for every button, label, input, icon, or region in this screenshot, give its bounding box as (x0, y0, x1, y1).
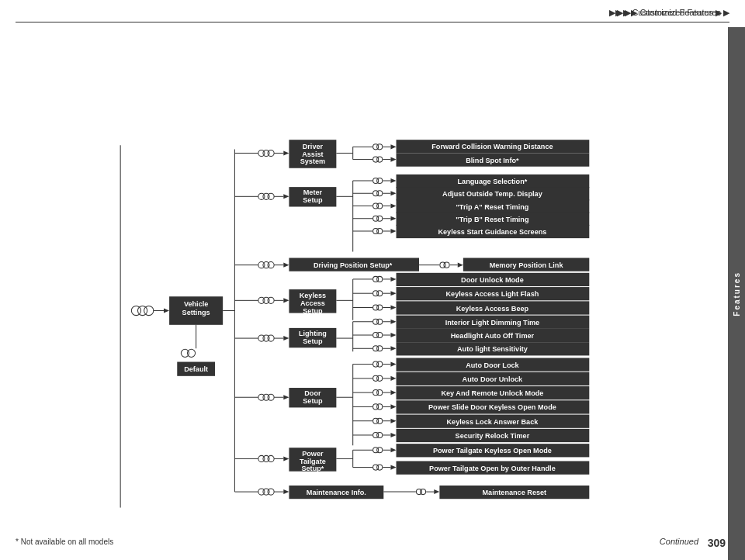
svg-marker-137 (283, 336, 289, 340)
header-breadcrumb: ▶▶ Customized Features ▶ (617, 8, 722, 18)
svg-text:Door: Door (304, 389, 321, 397)
footnote: * Not available on all models (16, 538, 113, 546)
svg-text:Driving Position Setup*: Driving Position Setup* (314, 261, 393, 269)
svg-text:Memory Position Link: Memory Position Link (490, 261, 564, 269)
svg-marker-104 (283, 298, 289, 302)
svg-marker-154 (390, 333, 396, 337)
svg-point-65 (377, 203, 383, 209)
svg-marker-214 (390, 433, 396, 437)
svg-marker-89 (283, 263, 289, 268)
svg-marker-222 (283, 456, 289, 461)
svg-point-152 (377, 332, 383, 337)
svg-text:"Trip A" Reset Timing: "Trip A" Reset Timing (456, 203, 528, 211)
right-sidebar: Features (728, 27, 745, 560)
svg-text:Interior Light Dimming Time: Interior Light Dimming Time (445, 319, 540, 327)
svg-text:Setup: Setup (303, 196, 323, 204)
features-label: Features (733, 271, 741, 316)
svg-point-102 (268, 297, 274, 303)
svg-marker-53 (390, 178, 396, 183)
svg-marker-115 (390, 277, 396, 282)
svg-marker-255 (434, 489, 439, 494)
svg-marker-4 (164, 308, 169, 313)
svg-marker-179 (390, 362, 396, 367)
svg-marker-147 (390, 320, 396, 324)
svg-text:Power Tailgate Keyless Open Mo: Power Tailgate Keyless Open Mode (433, 447, 552, 455)
svg-text:Setup: Setup (303, 337, 323, 345)
svg-marker-193 (390, 390, 396, 395)
svg-text:Default: Default (184, 365, 208, 373)
svg-text:Keyless: Keyless (300, 292, 327, 299)
svg-point-26 (377, 144, 383, 150)
svg-text:Key And Remote Unlock Mode: Key And Remote Unlock Mode (441, 389, 543, 397)
page-number: 309 (708, 537, 726, 549)
svg-point-135 (268, 335, 274, 341)
svg-marker-200 (390, 404, 396, 409)
svg-text:Keyless Access Light Flash: Keyless Access Light Flash (445, 290, 539, 298)
svg-point-87 (268, 262, 274, 268)
vehicle-settings-label: Vehicle (184, 300, 208, 308)
svg-point-72 (377, 216, 383, 221)
svg-marker-96 (458, 263, 463, 268)
svg-text:Setup*: Setup* (301, 465, 324, 472)
svg-marker-43 (283, 194, 289, 199)
svg-marker-81 (390, 229, 396, 233)
svg-point-177 (377, 361, 383, 367)
svg-point-41 (268, 193, 274, 199)
svg-text:Maintenance Info.: Maintenance Info. (307, 489, 366, 496)
svg-text:Headlight Auto Off Timer: Headlight Auto Off Timer (451, 332, 535, 340)
svg-marker-207 (390, 419, 396, 423)
svg-point-212 (377, 432, 383, 437)
svg-text:System: System (300, 157, 325, 165)
svg-point-145 (377, 319, 383, 324)
svg-text:Lighting: Lighting (299, 330, 327, 337)
svg-text:Auto Door Unlock: Auto Door Unlock (463, 375, 523, 383)
svg-text:Auto Door Lock: Auto Door Lock (466, 361, 519, 369)
svg-point-231 (377, 448, 383, 453)
svg-marker-17 (283, 150, 289, 155)
svg-point-120 (377, 291, 383, 296)
svg-point-2 (144, 306, 154, 315)
svg-marker-233 (390, 448, 396, 452)
svg-point-246 (268, 489, 274, 495)
svg-marker-129 (390, 305, 396, 309)
svg-text:Power Slide Door Keyless Open : Power Slide Door Keyless Open Mode (428, 403, 556, 411)
svg-text:Keyless Start Guidance Screens: Keyless Start Guidance Screens (438, 228, 546, 236)
svg-marker-28 (390, 144, 396, 149)
svg-point-79 (377, 228, 383, 233)
svg-text:Forward Collision Warning Dist: Forward Collision Warning Distance (431, 143, 553, 150)
svg-text:Maintenance Reset: Maintenance Reset (483, 489, 547, 496)
svg-point-33 (377, 157, 383, 162)
svg-point-159 (377, 346, 383, 351)
svg-point-191 (377, 390, 383, 396)
svg-marker-60 (390, 191, 396, 195)
svg-marker-35 (390, 157, 396, 162)
svg-point-253 (421, 489, 426, 495)
svg-marker-169 (283, 395, 289, 399)
continued-label: Continued (660, 537, 698, 546)
svg-marker-122 (390, 291, 396, 296)
svg-text:Blind Spot Info*: Blind Spot Info* (466, 157, 519, 164)
svg-marker-248 (283, 489, 289, 494)
svg-point-127 (377, 305, 383, 310)
svg-marker-74 (390, 216, 396, 221)
svg-text:Meter: Meter (303, 188, 323, 196)
svg-text:Setup: Setup (303, 397, 323, 405)
svg-text:Keyless Access Beep: Keyless Access Beep (456, 305, 529, 313)
diagram: Vehicle Settings Default Driver Assist S… (12, 27, 726, 539)
svg-point-167 (268, 394, 274, 400)
svg-text:Keyless Lock Answer Back: Keyless Lock Answer Back (446, 418, 539, 426)
svg-text:Power Tailgate Open by Outer H: Power Tailgate Open by Outer Handle (429, 465, 556, 472)
svg-text:Adjust Outside Temp. Display: Adjust Outside Temp. Display (442, 190, 543, 198)
svg-text:Security Relock Timer: Security Relock Timer (456, 432, 530, 440)
svg-marker-67 (390, 203, 396, 208)
svg-point-184 (377, 375, 383, 381)
svg-text:Language Selection*: Language Selection* (458, 178, 528, 185)
svg-marker-186 (390, 376, 396, 381)
svg-text:Door Unlock Mode: Door Unlock Mode (461, 276, 524, 284)
svg-marker-161 (390, 346, 396, 351)
svg-text:Setup: Setup (303, 307, 323, 315)
svg-point-205 (377, 418, 383, 423)
svg-point-198 (377, 404, 383, 410)
svg-point-113 (377, 276, 383, 282)
svg-point-8 (187, 349, 195, 357)
